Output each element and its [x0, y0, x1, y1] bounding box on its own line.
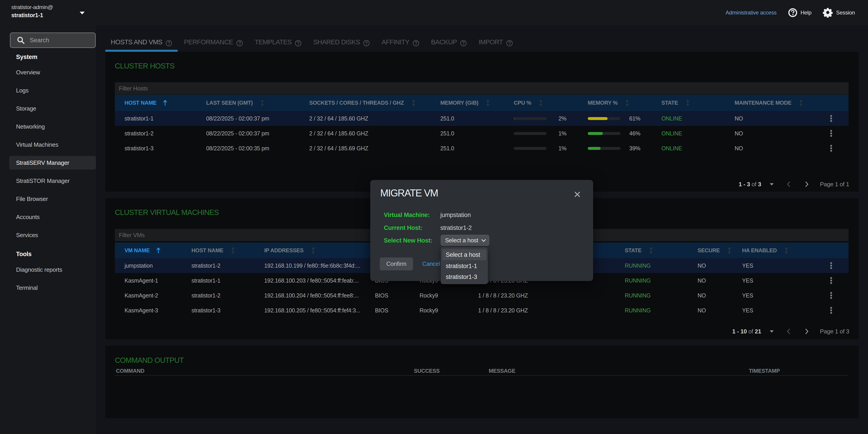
vms-column-header[interactable]: IP ADDRESSES: [254, 243, 365, 258]
command-column-header: MESSAGE: [488, 367, 748, 375]
tab-import[interactable]: IMPORT: [473, 25, 518, 52]
caret-down-icon[interactable]: [80, 11, 85, 14]
close-icon[interactable]: [572, 189, 582, 199]
command-column-header: TIMESTAMP: [748, 367, 848, 375]
vms-filter-input[interactable]: [119, 232, 277, 239]
prev-page-icon[interactable]: [787, 329, 790, 334]
question-circle-icon[interactable]: [506, 40, 513, 46]
progress-fill: [588, 117, 608, 120]
sidebar-item-terminal[interactable]: Terminal: [0, 279, 96, 297]
hosts-column-header[interactable]: [814, 95, 848, 111]
question-circle-icon[interactable]: [236, 40, 243, 46]
hosts-column-header[interactable]: MAINTENANCE MODE: [725, 95, 814, 111]
host-row[interactable]: stratistor1-2 08/22/2025 - 02:00:37 pm 2…: [115, 126, 848, 141]
sidebar-item-diagnostic-reports[interactable]: Diagnostic reports: [0, 260, 96, 279]
hosts-column-header[interactable]: LAST SEEN (GMT): [196, 95, 300, 111]
kebab-menu-icon[interactable]: [814, 141, 848, 156]
sidebar-item-logs[interactable]: Logs: [0, 81, 96, 99]
sidebar-item-networking[interactable]: Networking: [0, 118, 96, 135]
cell-state: RUNNING: [615, 258, 688, 273]
memory-progress-bar: [588, 132, 620, 135]
host-option[interactable]: Select a host: [442, 249, 486, 260]
cell-cpu-pct: 2%: [504, 111, 578, 126]
cell-mem-pct: 39%: [578, 141, 652, 156]
command-table-header: COMMAND SUCCESS MESSAGE TIMESTAMP: [115, 367, 848, 376]
vms-column-header[interactable]: STATE: [615, 243, 688, 258]
sidebar-item-storage[interactable]: Storage: [0, 99, 96, 118]
kebab-menu-icon[interactable]: [814, 303, 848, 318]
next-page-icon[interactable]: [805, 329, 809, 334]
kebab-menu-icon[interactable]: [814, 258, 848, 273]
confirm-button[interactable]: Confirm: [380, 257, 413, 270]
sort-icon: [785, 247, 788, 254]
hosts-column-header[interactable]: MEMORY %: [578, 95, 652, 111]
vms-column-header[interactable]: HA ENABLED: [733, 243, 814, 258]
sidebar-item-virtual-machines[interactable]: Virtual Machines: [0, 135, 96, 154]
host-row[interactable]: stratistor1-3 08/22/2025 - 02:00:35 pm 2…: [115, 141, 848, 156]
tab-templates[interactable]: TEMPLATES: [249, 25, 307, 52]
cell-vm-name: KasmAgent-1: [115, 273, 182, 288]
hosts-column-header[interactable]: HOST NAME: [115, 95, 196, 111]
sidebar-item-accounts[interactable]: Accounts: [0, 208, 96, 226]
per-page-caret-icon[interactable]: [770, 330, 774, 333]
next-page-icon[interactable]: [805, 182, 809, 187]
hosts-table-header: HOST NAME LAST SEEN (GMT): [115, 95, 848, 111]
per-page-caret-icon[interactable]: [770, 183, 774, 186]
sidebar-item-stratistor-manager[interactable]: StratiSTOR Manager: [0, 172, 96, 190]
sort-icon: [231, 247, 235, 254]
sort-icon: [312, 247, 315, 254]
cancel-button[interactable]: Cancel: [422, 257, 440, 270]
masthead-username: stratistor-admin@: [11, 3, 53, 11]
host-option[interactable]: stratistor1-1: [441, 260, 488, 272]
sidebar-item-stratiserv-manager[interactable]: StratiSERV Manager: [0, 154, 96, 172]
command-column-header: SUCCESS: [413, 367, 488, 375]
host-switcher[interactable]: stratistor-admin@ stratistor1-1: [11, 3, 53, 19]
administrative-access-button[interactable]: Administrative access: [725, 9, 777, 16]
kebab-menu-icon[interactable]: [814, 273, 848, 288]
cluster-vms-title: CLUSTER VIRTUAL MACHINES: [115, 209, 219, 216]
cell-last-seen: 08/22/2025 - 02:00:37 pm: [196, 111, 300, 126]
cell-maintenance: NO: [725, 141, 814, 156]
tab-performance[interactable]: PERFORMANCE: [179, 25, 248, 52]
vms-column-header[interactable]: HOST NAME: [182, 243, 254, 258]
question-circle-icon[interactable]: [165, 40, 172, 46]
cell-host-name: stratistor1-2: [115, 126, 196, 141]
question-circle-icon[interactable]: [295, 40, 302, 46]
vm-row[interactable]: KasmAgent-3 stratistor1-3 192.168.100.20…: [115, 303, 848, 318]
kebab-menu-icon[interactable]: [814, 126, 848, 141]
cell-last-seen: 08/22/2025 - 02:00:37 pm: [196, 126, 300, 141]
sidebar-item-overview[interactable]: Overview: [0, 63, 96, 81]
hosts-column-header[interactable]: MEMORY (GiB): [431, 95, 504, 111]
vms-column-header[interactable]: SECURE: [688, 243, 733, 258]
kebab-menu-icon[interactable]: [814, 111, 848, 126]
tab-backup[interactable]: BACKUP: [426, 25, 472, 52]
sort-up-icon: [156, 248, 160, 253]
tab-affinity[interactable]: AFFINITY: [376, 25, 425, 52]
sidebar-item-file-browser[interactable]: File Browser: [0, 190, 96, 208]
question-circle-icon[interactable]: [363, 40, 370, 46]
prev-page-icon[interactable]: [787, 182, 790, 187]
select-new-host-dropdown[interactable]: Select a host: [441, 235, 489, 246]
hosts-column-header[interactable]: STATE: [652, 95, 725, 111]
host-row[interactable]: stratistor1-1 08/22/2025 - 02:00:37 pm 2…: [115, 111, 848, 126]
tab-shared-disks[interactable]: SHARED DISKS: [308, 25, 375, 52]
hosts-filter-input[interactable]: [119, 85, 277, 92]
session-menu[interactable]: Session: [823, 7, 855, 18]
command-column-header: COMMAND: [115, 367, 413, 375]
vms-column-header[interactable]: VM NAME: [115, 243, 182, 258]
cpu-progress-bar: [514, 132, 547, 135]
cell-os: Rocky9: [410, 303, 468, 318]
sidebar-item-services[interactable]: Services: [0, 226, 96, 244]
tab-hosts-and-vms[interactable]: HOSTS AND VMS: [105, 25, 178, 52]
vm-row[interactable]: KasmAgent-2 stratistor1-2 192.168.100.20…: [115, 288, 848, 303]
host-option[interactable]: stratistor1-3: [441, 272, 488, 282]
hosts-column-header[interactable]: SOCKETS / CORES / THREADS / GHZ: [300, 95, 431, 111]
question-circle-icon[interactable]: [412, 40, 419, 46]
question-circle-icon[interactable]: [460, 40, 467, 46]
search-input[interactable]: [30, 37, 86, 44]
hosts-column-header[interactable]: CPU %: [504, 95, 578, 111]
vms-column-header[interactable]: [814, 243, 848, 258]
cell-sockets: 2 / 32 / 64 / 185.60 GHZ: [300, 126, 431, 141]
kebab-menu-icon[interactable]: [814, 288, 848, 303]
help-menu[interactable]: Help: [788, 8, 811, 18]
